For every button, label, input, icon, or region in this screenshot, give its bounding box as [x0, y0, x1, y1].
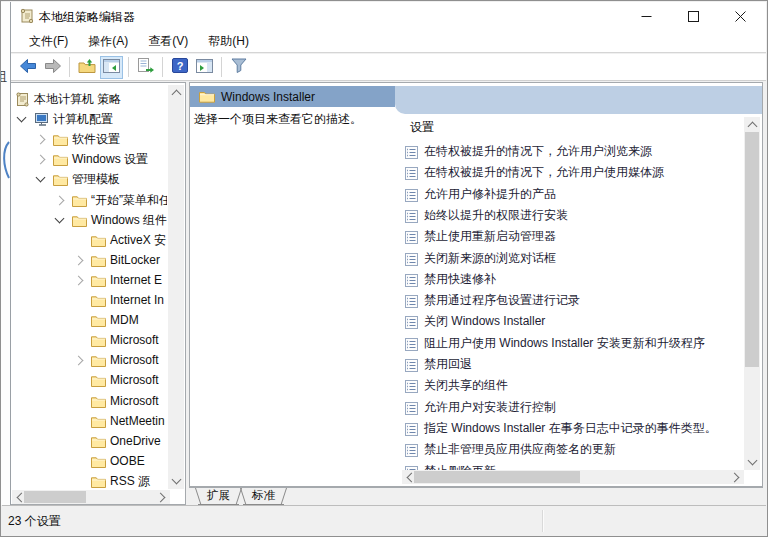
setting-item-label: 在特权被提升的情况下，允许用户使用媒体源 — [424, 162, 664, 183]
filter-button[interactable] — [227, 56, 250, 79]
scrollbar-thumb[interactable] — [745, 132, 759, 367]
title-bar: 本地组策略编辑器 — [10, 2, 766, 31]
tab-standard[interactable]: 标准 — [243, 488, 284, 505]
scroll-up-icon[interactable] — [748, 122, 758, 132]
tree-item[interactable]: 软件设置 — [12, 129, 167, 149]
setting-item[interactable]: 禁止非管理员应用供应商签名的更新 — [190, 439, 744, 460]
menu-view[interactable]: 查看(V) — [138, 31, 198, 52]
setting-item[interactable]: 始终以提升的权限进行安装 — [190, 205, 744, 226]
toolbar-separator — [221, 57, 222, 77]
setting-icon — [405, 273, 418, 290]
setting-item-label: 允许用户对安装进行控制 — [424, 397, 556, 418]
tree-expander-collapsed-icon[interactable] — [74, 356, 84, 366]
setting-item[interactable]: 禁用快速修补 — [190, 269, 744, 290]
setting-item-label: 禁止非管理员应用供应商签名的更新 — [424, 439, 616, 460]
tree-item[interactable]: Microsoft — [12, 350, 167, 370]
scroll-right-icon[interactable] — [156, 493, 166, 503]
forward-button[interactable] — [41, 56, 64, 79]
menu-file[interactable]: 文件(F) — [19, 31, 78, 52]
setting-item[interactable]: 指定 Windows Installer 在事务日志中记录的事件类型。 — [190, 418, 744, 439]
setting-item[interactable]: 允许用户对安装进行控制 — [190, 397, 744, 418]
setting-item[interactable]: 禁止使用重新启动管理器 — [190, 226, 744, 247]
setting-item[interactable]: 禁用通过程序包设置进行记录 — [190, 290, 744, 311]
tree-expander-expanded-icon[interactable] — [17, 113, 27, 123]
setting-item[interactable]: 关闭新来源的浏览对话框 — [190, 248, 744, 269]
scrollbar-thumb[interactable] — [24, 491, 86, 503]
tree-item[interactable]: “开始”菜单和任 — [12, 190, 167, 210]
tree-horizontal-scrollbar[interactable] — [12, 490, 170, 504]
status-separator — [542, 510, 544, 532]
setting-item[interactable]: 阻止用户使用 Windows Installer 安装更新和升级程序 — [190, 333, 744, 354]
back-button[interactable] — [16, 56, 39, 79]
folder-icon — [91, 454, 106, 471]
setting-item[interactable]: 禁用回退 — [190, 354, 744, 375]
tree-item[interactable]: Windows 设置 — [12, 149, 167, 169]
tab-extended[interactable]: 扩展 — [198, 488, 239, 505]
scroll-right-icon[interactable] — [730, 473, 740, 483]
tree-item[interactable]: Internet In — [12, 290, 167, 310]
tree-item[interactable]: NetMeetin — [12, 411, 167, 431]
close-button[interactable] — [717, 2, 764, 31]
tree-item[interactable]: RSS 源 — [12, 471, 167, 491]
tree-item[interactable]: ActiveX 安 — [12, 230, 167, 250]
setting-item-label: 在特权被提升的情况下，允许用户浏览来源 — [424, 141, 652, 162]
tree-expander-expanded-icon[interactable] — [55, 213, 65, 223]
tree-item[interactable]: Microsoft — [12, 391, 167, 411]
export-list-button[interactable] — [134, 56, 157, 79]
tree-item[interactable]: 计算机配置 — [12, 109, 167, 129]
show-console-tree-button[interactable] — [100, 56, 123, 79]
setting-item[interactable]: 禁止删除更新 — [190, 461, 744, 471]
tree-item[interactable]: Microsoft — [12, 370, 167, 390]
setting-icon — [405, 188, 418, 205]
tree-item-label: Microsoft — [110, 350, 159, 370]
show-action-pane-button[interactable] — [193, 56, 216, 79]
tree-item-label: OOBE — [110, 451, 145, 471]
tree-expander-expanded-icon[interactable] — [36, 173, 46, 183]
tree-item[interactable]: OneDrive — [12, 431, 167, 451]
tree-item[interactable]: 管理模板 — [12, 169, 167, 189]
background-curve — [1, 140, 10, 180]
tree-expander-collapsed-icon[interactable] — [74, 275, 84, 285]
setting-item[interactable]: 允许用户修补提升的产品 — [190, 184, 744, 205]
tree-item[interactable]: OOBE — [12, 451, 167, 471]
folder-icon — [91, 474, 106, 491]
tree-item-label: Windows 组件 — [91, 210, 167, 230]
folder-icon — [53, 152, 68, 169]
scroll-down-icon[interactable] — [748, 456, 758, 466]
list-horizontal-scrollbar[interactable] — [402, 470, 744, 484]
menu-action[interactable]: 操作(A) — [78, 31, 138, 52]
tree-expander-collapsed-icon[interactable] — [36, 155, 46, 165]
minimize-button[interactable] — [623, 2, 670, 31]
tree-item[interactable]: Internet E — [12, 270, 167, 290]
tree-expander-collapsed-icon[interactable] — [36, 135, 46, 145]
menu-help[interactable]: 帮助(H) — [198, 31, 259, 52]
setting-icon — [405, 443, 418, 460]
setting-item[interactable]: 关闭共享的组件 — [190, 375, 744, 396]
toolbar-separator — [162, 57, 163, 77]
maximize-button[interactable] — [670, 2, 717, 31]
toolbar-separator — [128, 57, 129, 77]
setting-item[interactable]: 在特权被提升的情况下，允许用户浏览来源 — [190, 141, 744, 162]
up-one-level-button[interactable] — [75, 56, 98, 79]
tree-item[interactable]: Microsoft — [12, 330, 167, 350]
gpedit-window: 阻 本地组策略编辑器 文件(F)操作(A)查看(V)帮助(H) ? 本地计算机 … — [0, 0, 768, 537]
scroll-up-icon[interactable] — [172, 90, 182, 100]
setting-item[interactable]: 关闭 Windows Installer — [190, 311, 744, 332]
tree-item[interactable]: MDM — [12, 310, 167, 330]
list-vertical-scrollbar[interactable] — [744, 117, 760, 470]
tree-item[interactable]: 本地计算机 策略 — [12, 89, 167, 109]
tree-expander-collapsed-icon[interactable] — [55, 195, 65, 205]
tree-vertical-scrollbar[interactable] — [168, 85, 184, 489]
setting-item-label: 禁用通过程序包设置进行记录 — [424, 290, 580, 311]
setting-item-label: 禁止使用重新启动管理器 — [424, 226, 556, 247]
folder-icon — [53, 172, 68, 189]
background-text-fragment: 阻 — [1, 68, 7, 86]
tree-item[interactable]: Windows 组件 — [12, 210, 167, 230]
scrollbar-thumb[interactable] — [414, 471, 580, 483]
scroll-down-icon[interactable] — [172, 475, 182, 485]
help-button[interactable]: ? — [168, 56, 191, 79]
folder-icon — [91, 414, 106, 431]
tree-expander-collapsed-icon[interactable] — [74, 255, 84, 265]
setting-item[interactable]: 在特权被提升的情况下，允许用户使用媒体源 — [190, 162, 744, 183]
tree-item[interactable]: BitLocker — [12, 250, 167, 270]
